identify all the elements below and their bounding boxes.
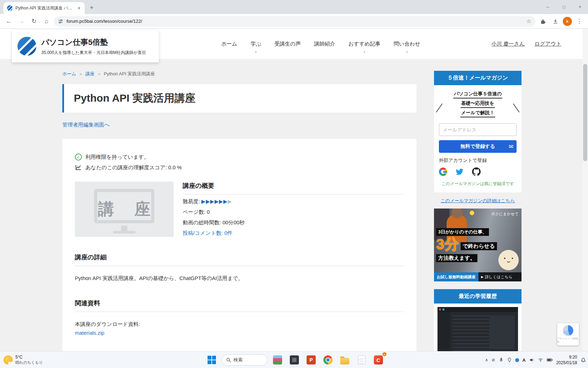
nav-item-learn[interactable]: 学ぶ∨	[251, 40, 261, 47]
nav-item-contact[interactable]: 問い合わせ∨	[394, 40, 420, 47]
new-tab-button[interactable]: +	[87, 3, 97, 13]
chevron-down-icon: ∨	[406, 48, 408, 55]
browser-tab[interactable]: Python API 実践活用講座 パソコ ×	[4, 2, 85, 14]
check-circle-icon: ✓	[75, 154, 82, 161]
register-button[interactable]: 無料で登録する ✉	[439, 140, 517, 153]
video-duration: 動画の総時間数: 00分00秒	[183, 219, 404, 226]
breadcrumb-current: Python API 実践活用講座	[104, 71, 155, 77]
downloads-button[interactable]	[550, 16, 561, 27]
recaptcha-badge[interactable]: プライバシー - 利用規約	[557, 323, 579, 346]
back-button[interactable]: ←	[4, 16, 14, 27]
nav-label: 受講生の声	[274, 41, 301, 47]
admin-edit-link[interactable]: 管理者用編集画面へ	[62, 122, 110, 128]
already-registered-note: このメールマガジンは既に登録済です	[439, 181, 517, 187]
taskbar-app-chrome[interactable]: k	[321, 353, 335, 367]
taskbar-app-powerpoint[interactable]: P	[304, 353, 318, 367]
ad-mascot	[498, 250, 519, 270]
taskbar-clock[interactable]: 9:20 2025/01/18	[556, 354, 577, 366]
nav-item-instructors[interactable]: 講師紹介	[314, 40, 335, 47]
search-icon	[226, 357, 231, 362]
nav-item-voices[interactable]: 受講生の声	[274, 40, 301, 47]
history-header: 最近の学習履歴	[434, 289, 522, 304]
ad-footer: お試し版無料動画講座 ▶ 詳しくはこちら	[434, 272, 522, 281]
browser-tab-strip: Python API 実践活用講座 パソコ × + ─ □ ×	[0, 0, 588, 14]
taskbar-app-explorer[interactable]	[338, 353, 352, 367]
extensions-button[interactable]	[538, 16, 548, 27]
desktop-screen: Python API 実践活用講座 パソコ × + ─ □ × ← → ↻ ⌂ …	[0, 0, 588, 368]
github-login-button[interactable]	[472, 167, 481, 176]
taskbar-search[interactable]: 検索	[222, 354, 268, 366]
difficulty-filled-arrows: ▶▶▶▶▶▶	[201, 198, 227, 204]
page-scrollbar[interactable]	[582, 29, 588, 351]
taskbar-weather-widget[interactable]: 5°C 晴れのちくもり	[4, 352, 43, 368]
window-close-button[interactable]: ×	[572, 0, 588, 14]
comments-link[interactable]: 投稿/コメント数: 0件	[183, 230, 232, 236]
scrollbar-thumb[interactable]	[583, 64, 587, 161]
materials-zip-link[interactable]: materials.zip	[75, 330, 104, 336]
user-name-link[interactable]: 小川 慶一さん	[491, 41, 525, 47]
browser-menu-button[interactable]: ⋮	[574, 16, 584, 27]
tray-mic-icon[interactable]	[499, 357, 504, 362]
profile-avatar[interactable]: k	[563, 17, 572, 26]
forward-button[interactable]: →	[16, 16, 27, 27]
nav-item-home[interactable]: ホーム	[221, 40, 237, 47]
chrome-profile-badge: k	[382, 352, 387, 357]
weather-sun-icon	[4, 355, 13, 364]
lightbulb-icon	[470, 211, 474, 215]
recaptcha-icon	[563, 325, 573, 336]
tray-location-icon[interactable]	[507, 357, 512, 362]
taskbar-app-notepad[interactable]	[355, 353, 369, 367]
address-bar[interactable]: forum.pc5bai.com/lesson/course/122/ ☆	[54, 16, 536, 27]
volume-icon[interactable]	[529, 357, 534, 362]
folder-icon	[340, 358, 349, 364]
google-login-button[interactable]	[439, 168, 447, 176]
window-maximize-button[interactable]: □	[556, 0, 572, 14]
reload-button[interactable]: ↻	[29, 16, 39, 27]
battery-icon[interactable]	[547, 357, 553, 362]
ad-more-link[interactable]: ▶ 詳しくはこちら	[478, 272, 522, 281]
nav-item-articles[interactable]: おすすめ記事∨	[348, 40, 380, 47]
nav-label: おすすめ記事	[348, 41, 380, 47]
ad-speech-text: ボクにまかせて	[491, 211, 519, 217]
tray-blocked-icon[interactable]: ⊘	[491, 357, 495, 362]
puzzle-icon	[540, 19, 546, 24]
bookmark-star-icon[interactable]: ☆	[527, 18, 531, 25]
breadcrumb-separator: >	[80, 72, 82, 76]
tab-title: Python API 実践活用講座 パソコ	[15, 5, 74, 11]
breadcrumb-home[interactable]: ホーム	[62, 71, 76, 77]
site-settings-icon[interactable]	[58, 19, 63, 24]
url-text[interactable]: forum.pc5bai.com/lesson/course/122/	[66, 19, 523, 24]
email-input[interactable]	[439, 123, 517, 136]
twitter-login-button[interactable]	[455, 167, 464, 176]
history-thumbnail[interactable]	[438, 307, 518, 351]
taskbar-app-widgets[interactable]	[271, 353, 285, 367]
line-chart-icon	[75, 164, 82, 171]
play-icon: ▶	[481, 275, 484, 279]
notification-bell-icon[interactable]	[581, 357, 586, 363]
social-login-row	[439, 167, 517, 176]
logout-link[interactable]: ログアウト	[534, 41, 561, 47]
ime-indicator[interactable]: A	[523, 357, 526, 363]
magazine-detail-link[interactable]: このメールマガジンの詳細はこちら	[434, 198, 522, 204]
tray-overflow-chevron-icon[interactable]: ∧	[485, 357, 488, 362]
site-brand[interactable]: パソコン仕事5倍塾 35,000人を指導した東大卒・元日本IBM社内講師が直伝	[12, 30, 159, 62]
tray-app-dot-icon[interactable]	[515, 358, 519, 362]
taskbar-app-dark[interactable]	[287, 353, 301, 367]
promo-line: パソコン仕事５倍速の	[453, 91, 503, 98]
promo-line: 基礎〜応用技を	[461, 100, 495, 108]
permission-text: 利用権限を持っています。	[85, 154, 149, 161]
weather-desc: 晴れのちくもり	[15, 360, 43, 365]
home-button[interactable]: ⌂	[41, 16, 52, 27]
dark-app-icon	[290, 355, 299, 364]
site-favicon-icon	[7, 5, 13, 11]
ad-banner[interactable]: ボクにまかせて 3日がかりのその仕事、 3分 で終わらせる 方法教えます。 お試…	[434, 209, 522, 281]
network-icon[interactable]	[538, 357, 543, 362]
google-icon	[439, 168, 447, 176]
powerpoint-icon: P	[307, 355, 316, 364]
sidebar: ５倍速！メールマガジン パソコン仕事５倍速の 基礎〜応用技を メールで解説！ 無…	[434, 71, 522, 351]
windows-taskbar: 5°C 晴れのちくもり 検索 P k	[0, 351, 588, 368]
window-minimize-button[interactable]: ─	[540, 0, 556, 14]
tab-close-icon[interactable]: ×	[77, 5, 81, 11]
start-button[interactable]	[205, 353, 219, 367]
breadcrumb-courses[interactable]: 講座	[85, 71, 94, 77]
